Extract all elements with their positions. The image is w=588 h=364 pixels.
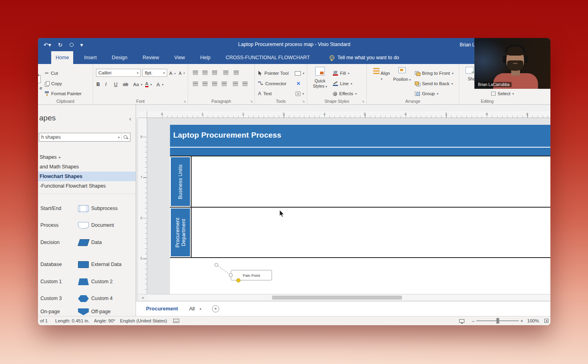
tab-help[interactable]: Help [196,51,215,64]
align-top-icon[interactable] [193,82,198,86]
phase-band[interactable] [170,148,550,156]
swimlane-procurement-department[interactable]: Procurement Department [170,207,550,257]
language-indicator[interactable]: English (United States) [120,316,167,325]
page-tab-procurement[interactable]: Procurement [146,306,178,312]
scrollbar-thumb[interactable] [272,296,402,300]
stencil-math-shapes[interactable]: and Math Shapes [38,162,136,172]
master-on-page[interactable]: On-page [40,307,60,316]
bullets-icon[interactable] [223,70,228,75]
pages-filter-all[interactable]: All [189,306,195,312]
pointer-tool-button[interactable]: Pointer Tool [258,69,289,78]
qat-customize-icon[interactable]: ▾ [80,42,83,48]
tab-design[interactable]: Design [108,51,132,64]
tell-me-box[interactable]: Tell me what you want to do [330,51,399,64]
master-off-page[interactable]: Off-page [91,307,110,316]
copy-button[interactable]: Copy [45,79,62,88]
italic-button[interactable]: I [105,80,112,89]
tab-review[interactable]: Review [138,51,164,64]
send-to-back-button[interactable]: Send to Back▾ [415,79,453,88]
text-color2-button[interactable]: A▾ [156,80,163,89]
swimlane-label-band[interactable]: Business Units [170,156,192,207]
pain-point-shape[interactable]: Pain Point [231,270,272,280]
presentation-mode-icon[interactable] [459,316,464,325]
strikethrough-button[interactable]: ab [123,80,130,89]
decrease-indent-icon[interactable] [233,82,238,86]
align-button[interactable]: Align ▾ [372,66,391,81]
drawing-page[interactable]: Laptop Procurement Process Business Unit… [170,125,550,294]
subprocess-icon[interactable] [78,205,89,212]
master-start-end[interactable]: Start/End [40,204,61,213]
master-subprocess[interactable]: Subprocess [91,204,118,213]
zoom-out-button[interactable]: – [472,316,474,325]
fill-button[interactable]: Fill▾ [333,69,349,78]
group-button[interactable]: Group▾ [415,89,438,98]
text-direction-icon[interactable] [234,70,239,75]
zoom-in-button[interactable]: + [520,316,523,325]
scroll-left-icon[interactable]: ◂ [138,294,147,300]
undo-icon[interactable]: ↶▾ [44,42,51,48]
horizontal-scrollbar[interactable] [147,294,550,300]
master-external-data[interactable]: External Data [91,260,122,269]
master-custom-1[interactable]: Custom 1 [40,277,62,286]
off-page-icon[interactable] [78,308,89,315]
swimlane-label-line1[interactable]: Procurement [175,218,180,248]
master-data[interactable]: Data [91,238,102,247]
drawing-canvas[interactable]: Laptop Procurement Process Business Unit… [147,118,550,294]
effects-button[interactable]: Effects▾ [333,89,357,98]
master-process[interactable]: Process [40,220,58,230]
cut-button[interactable]: ✂ Cut [45,69,58,78]
underline-button[interactable]: U [114,80,121,89]
stencil-more-shapes[interactable]: Shapes ▸ [38,152,136,162]
paste-icon[interactable] [38,75,41,83]
document-icon[interactable] [78,222,89,229]
shapes-search-input[interactable]: h shapes ▾ [39,133,130,142]
text-block-button[interactable]: A▾ [296,89,304,98]
flowchart-title[interactable]: Laptop Procurement Process [173,131,281,140]
justify-icon[interactable] [222,82,227,86]
swimlane-label-line2[interactable]: Department [181,219,186,246]
external-data-icon[interactable] [78,261,89,268]
bring-to-front-button[interactable]: Bring to Front▾ [415,69,453,78]
master-custom-3[interactable]: Custom 3 [40,294,62,303]
quick-styles-button[interactable]: Quick Styles ▾ [310,66,330,89]
font-color-button[interactable]: A▾ [145,80,152,89]
swimlane-business-units[interactable]: Business Units [170,156,550,207]
tab-view[interactable]: View [170,51,190,64]
custom-4-icon[interactable] [78,295,89,302]
search-icon[interactable] [123,135,128,140]
tab-insert[interactable]: Insert [80,51,101,64]
rectangle-tool-button[interactable]: ▾ [295,69,304,78]
format-painter-button[interactable]: Format Painter [45,89,82,98]
custom-2-icon[interactable] [78,278,89,285]
connector-tool-button[interactable]: Connector [258,79,286,88]
connection-point-button[interactable]: ✕ [296,79,300,88]
font-size-combo[interactable]: 8pt.▾ [142,69,167,77]
keyboard-icon[interactable] [173,316,179,325]
stencil-flowchart-shapes[interactable]: Flowchart Shapes [38,172,136,181]
swimlane-label-band[interactable]: Procurement Department [170,208,192,257]
length-indicator[interactable]: Length: 0.451 in. [55,316,90,325]
align-bottom-icon[interactable] [212,82,217,86]
master-custom-4[interactable]: Custom 4 [91,294,113,303]
position-button[interactable]: Position ▾ [392,66,412,82]
align-middle-icon[interactable] [202,82,208,86]
paste-button[interactable]: e [40,86,42,90]
chevron-up-icon[interactable]: ▴ [200,307,201,310]
tab-home[interactable]: Home [51,51,73,64]
fit-page-icon[interactable] [544,316,548,325]
master-database[interactable]: Database [40,260,62,269]
align-right-icon[interactable] [212,70,217,75]
align-left-icon[interactable] [193,70,198,75]
zoom-level[interactable]: 100% [527,316,539,325]
zoom-slider-thumb[interactable] [496,318,499,324]
line-button[interactable]: Line▾ [333,79,352,88]
text-tool-button[interactable]: A Text [258,89,272,98]
shrink-font-button[interactable]: A▾ [179,69,185,78]
flowchart-title-band[interactable]: Laptop Procurement Process [170,125,550,147]
bold-button[interactable]: B [96,80,104,89]
add-page-button[interactable]: + [212,305,219,312]
master-custom-2[interactable]: Custom 2 [91,277,113,286]
page-count[interactable]: of 1 [40,316,48,325]
data-icon[interactable] [78,239,90,246]
align-center-icon[interactable] [202,70,208,75]
